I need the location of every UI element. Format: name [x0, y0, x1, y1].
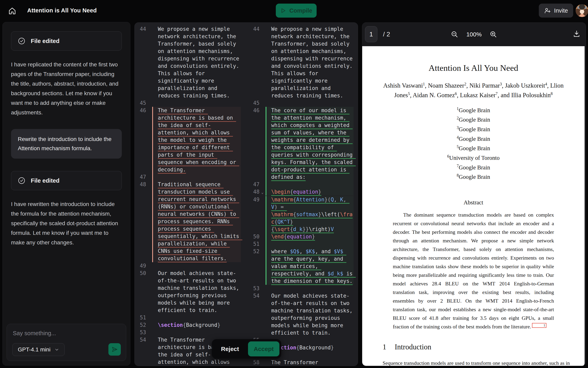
check-circle-icon [18, 177, 26, 184]
affiliation-line: 5Google Brain [362, 143, 585, 152]
diff-row[interactable]: 52\section{Background} [135, 322, 241, 329]
code-line[interactable] [153, 314, 241, 322]
line-number: 50 [135, 270, 153, 277]
diff-row[interactable]: 46The Transformer architecture is based … [135, 107, 241, 173]
diff-row[interactable]: 52where $Q$, $K$, and $V$ are the query,… [248, 248, 354, 285]
line-number: 45 [135, 99, 153, 107]
code-line[interactable] [153, 329, 241, 336]
line-number: 44 [135, 25, 153, 33]
zoom-out-button[interactable] [451, 31, 458, 38]
avatar[interactable] [576, 4, 588, 17]
file-edited-card-2[interactable]: File edited [11, 171, 122, 190]
invite-label: Invite [554, 7, 568, 14]
affiliation-line: 6University of Toronto [362, 152, 585, 162]
invite-button[interactable]: Invite [539, 4, 573, 18]
code-line[interactable]: \section{Background} [153, 322, 241, 329]
code-line[interactable]: Our model achieves state-of-the-art resu… [266, 292, 354, 337]
diff-row[interactable]: 51 [135, 314, 241, 322]
home-button[interactable] [7, 6, 18, 16]
code-line-added[interactable]: The core of our model is the attention m… [266, 107, 354, 181]
code-line-removed[interactable]: The Transformer architecture is based on… [152, 107, 241, 173]
diff-pane-modified[interactable]: 44We propose a new simple network archit… [248, 25, 354, 366]
line-number: 54 [248, 292, 266, 300]
download-button[interactable] [573, 30, 581, 38]
home-icon [8, 7, 16, 15]
user-message: Rewrite the introduction to include the … [11, 129, 122, 159]
diff-pane-original[interactable]: 44We propose a new simple network archit… [135, 25, 241, 366]
check-circle-icon [18, 37, 26, 45]
diff-row[interactable]: 47 [248, 181, 354, 188]
diff-row[interactable]: 53 [135, 329, 241, 336]
code-line-added[interactable]: \begin{equation} [266, 188, 354, 196]
diff-action-bar: Reject Accept [212, 339, 281, 359]
diff-row[interactable]: 46The core of our model is the attention… [248, 107, 354, 181]
affiliation-line: 2Google Brain [362, 114, 585, 124]
diff-row[interactable]: 58The Transformer architecture is based … [248, 359, 354, 366]
play-icon [280, 8, 286, 14]
diff-editor[interactable]: 44We propose a new simple network archit… [134, 22, 358, 366]
abstract-heading: Abstract [362, 199, 585, 206]
send-icon [111, 346, 118, 353]
line-number: 52 [135, 322, 153, 329]
code-line[interactable] [153, 262, 241, 270]
model-selector[interactable]: GPT-4.1 mini [12, 343, 64, 356]
code-line-removed[interactable] [152, 173, 241, 181]
compile-button[interactable]: Compile [276, 4, 317, 18]
code-line-added[interactable] [266, 181, 354, 188]
footnote-ref-box[interactable]: 1 [532, 323, 546, 328]
pdf-toolbar: 1 / 2 100% [362, 23, 586, 46]
code-line-added[interactable]: where $Q$, $K$, and $V$ are the query, k… [266, 248, 354, 285]
diff-row[interactable]: 49\mathrm{Attention}(Q, K, V) = \mathrm{… [248, 196, 354, 233]
line-number: 46 [248, 107, 266, 114]
file-edited-card-1[interactable]: File edited [11, 31, 122, 51]
affiliation-line: 8Google Brain [362, 171, 585, 181]
line-number: 51 [135, 314, 153, 322]
code-line[interactable] [266, 99, 354, 107]
diff-row[interactable]: 45 [248, 99, 354, 107]
model-selector-label: GPT-4.1 mini [18, 346, 50, 353]
code-line[interactable]: We propose a new simple network architec… [153, 25, 241, 99]
diff-row[interactable]: 50\end{equation} [248, 233, 354, 240]
diff-row[interactable]: 50Our model achieves state-of-the-art re… [135, 270, 241, 314]
paper-title: Attention Is All You Need [362, 63, 585, 73]
project-title: Attention is All You Need [27, 7, 97, 14]
line-number: 51 [248, 240, 266, 248]
diff-row[interactable]: 44We propose a new simple network archit… [135, 25, 241, 99]
diff-row[interactable]: 45 [135, 99, 241, 107]
code-line[interactable]: The Transformer architecture is based on… [266, 359, 354, 366]
diff-row[interactable]: 47 [135, 173, 241, 181]
fold-chevron-icon[interactable]: ⌄ [261, 190, 263, 194]
chat-input-box[interactable]: Say something... GPT-4.1 mini [7, 324, 126, 361]
diff-row[interactable]: 44We propose a new simple network archit… [248, 25, 354, 99]
diff-row[interactable]: 51 [248, 240, 354, 248]
chat-input-placeholder: Say something... [13, 330, 120, 337]
diff-row[interactable]: 48Traditional sequence transduction mode… [135, 181, 241, 262]
zoom-in-button[interactable] [490, 31, 497, 38]
pdf-page[interactable]: Attention Is All You Need Ashish Vaswani… [362, 46, 585, 366]
code-line-added[interactable] [266, 240, 354, 248]
abstract-text: The dominant sequence transduction model… [393, 211, 554, 331]
section-number: 1 [383, 343, 386, 351]
diff-row[interactable]: 49 [135, 262, 241, 270]
code-line-removed[interactable]: Traditional sequence transduction models… [152, 181, 241, 262]
line-number: 48⌄ [248, 188, 266, 196]
line-number: 52 [248, 248, 266, 255]
line-number: 48 [135, 181, 153, 188]
affiliation-line: 7Google Brain [362, 162, 585, 171]
send-button[interactable] [108, 343, 121, 356]
line-number: 44 [248, 25, 266, 33]
code-line[interactable] [153, 99, 241, 107]
diff-row[interactable]: 54Our model achieves state-of-the-art re… [248, 292, 354, 337]
introduction-text: Sequence transduction models are used to… [383, 359, 570, 366]
diff-row[interactable]: 53 [248, 285, 354, 292]
code-line-added[interactable]: \end{equation} [266, 233, 354, 240]
code-line[interactable]: Our model achieves state-of-the-art resu… [153, 270, 241, 314]
code-line[interactable] [266, 285, 354, 292]
accept-button[interactable]: Accept [248, 341, 279, 356]
line-number: 45 [248, 99, 266, 107]
diff-row[interactable]: 48⌄\begin{equation} [248, 188, 354, 196]
line-number: 53 [248, 285, 266, 292]
code-line-added[interactable]: \mathrm{Attention}(Q, K, V) = \mathrm{so… [266, 196, 354, 233]
reject-button[interactable]: Reject [221, 346, 239, 352]
code-line[interactable]: We propose a new simple network architec… [266, 25, 354, 99]
